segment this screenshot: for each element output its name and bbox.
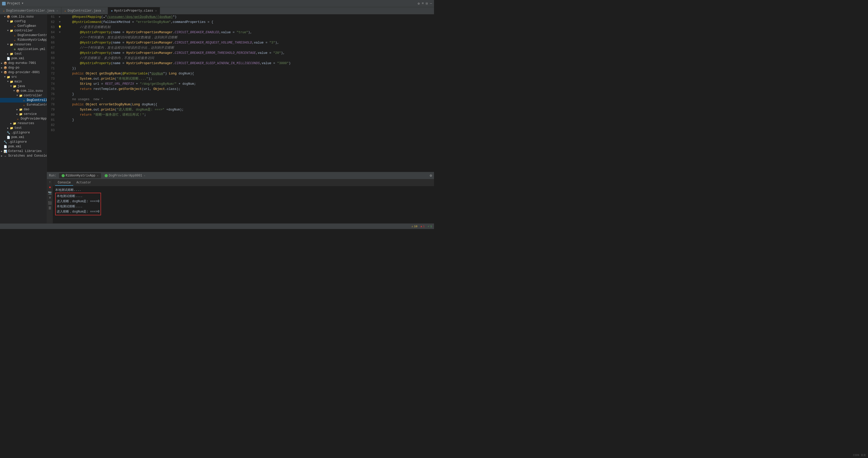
tree-item-gitignore-2[interactable]: 🔧 .gitignore — [0, 140, 46, 144]
console-bottom: ↑ ■ 📷 ≡ ⬛ ☰ Console Actuator — [47, 179, 434, 223]
console-tab-actuator[interactable]: Actuator — [74, 180, 94, 186]
tree-label: dog-provider-8001 — [8, 71, 40, 74]
expand-arrow-icon: ▼ — [7, 29, 10, 32]
settings-gear-icon[interactable]: ⚙ — [430, 173, 432, 178]
tree-item-dao[interactable]: ▶ 📁 dao — [0, 107, 46, 112]
collapse-icon[interactable]: ⊟ — [426, 2, 428, 6]
tab-close-icon[interactable]: ✕ — [57, 9, 58, 12]
align-btn[interactable]: ≡ — [48, 196, 52, 200]
tree-item-configbean[interactable]: ☕ ConfigBean — [0, 24, 46, 28]
code-line-82: return "熔断一服务器忙，请稍后再试！"; — [64, 112, 434, 118]
menu-btn[interactable]: ☰ — [48, 206, 52, 210]
java-file-icon: ☕ — [16, 117, 20, 121]
run-tab-provider[interactable]: DogProviderApp8001 ✕ — [102, 173, 148, 178]
tree-item-dog-po[interactable]: ▶ 📦 dog-po — [0, 65, 46, 70]
clear-btn[interactable]: ⬛ — [48, 201, 52, 205]
folder-icon: 📁 — [19, 94, 23, 97]
tab-dog-consumer-controller[interactable]: ☕ DogConsumerController.java ✕ — [0, 7, 61, 14]
code-line-63: //是否开启熔断机制 — [64, 25, 434, 30]
tree-item-dogconsumercontroller[interactable]: ☕ DogConsumerController — [0, 33, 46, 38]
top-bar-icons: ⚙ ≡ ⊟ — — [418, 2, 432, 6]
tree-label: test — [14, 126, 22, 130]
folder-icon: 📁 — [7, 75, 10, 79]
tree-item-scratches[interactable]: ▶ ✏ Scratches and Consoles — [0, 154, 46, 158]
app-container: Project ▼ ⚙ ≡ ⊟ — ☕ DogConsumerControlle… — [0, 0, 434, 229]
tree-item-dogcontroller[interactable]: ☕ DogController — [0, 98, 46, 102]
java-file-icon: ☕ — [22, 103, 26, 107]
code-line-83: } — [64, 118, 434, 123]
tree-item-controller-2[interactable]: ▼ 📁 controller — [0, 93, 46, 98]
module-icon: 📦 — [4, 66, 7, 70]
warnings-status[interactable]: ⚠ 10 — [411, 225, 417, 228]
tree-label: ConfigBean — [18, 24, 36, 28]
run-tab-ribbon[interactable]: RibbonHystrixApp ✕ — [59, 173, 101, 178]
tree-item-resources-1[interactable]: ▼ 📁 resources — [0, 42, 46, 47]
status-bar: ⚠ 10 ▲ 1 ✓ 1 — [0, 223, 434, 229]
tree-item-test-2[interactable]: ▶ 📁 test — [0, 126, 46, 130]
stop-btn[interactable]: ■ — [48, 186, 52, 190]
yaml-file-icon: ⚙ — [13, 47, 17, 51]
tree-item-pom-root[interactable]: 📄 pom.xml — [0, 144, 46, 149]
structure-icon[interactable]: ≡ — [422, 2, 424, 5]
tree-item-dogproviderapp[interactable]: ☕ DogProviderApp8001 — [0, 117, 46, 121]
errors-status[interactable]: ▲ 1 — [421, 225, 425, 228]
fold-arrow-icon[interactable]: ▼ — [57, 30, 62, 35]
tree-label: External Libraries — [8, 150, 42, 153]
expand-arrow-icon: ▼ — [7, 43, 10, 46]
gutter-cell[interactable]: ▶ — [57, 14, 62, 20]
console-line: 本地测试熔断.... — [57, 204, 99, 209]
code-line-65: //一个时间窗内，发生远程访问错误的次数阈值，达到则开启熔断 — [64, 35, 434, 40]
minimize-icon[interactable]: — — [430, 2, 432, 5]
tree-item-applicationyml[interactable]: ⚙ application.yml — [0, 47, 46, 52]
tree-item-service[interactable]: ▶ 📁 service — [0, 112, 46, 117]
tree-label: resources — [18, 122, 34, 125]
expand-arrow-icon: ▶ — [1, 66, 4, 69]
tree-item-test-1[interactable]: ▶ 📁 test — [0, 52, 46, 56]
folder-icon: 📁 — [19, 108, 23, 111]
tree-label: test — [14, 52, 22, 56]
tree-item-dog-provider[interactable]: ▼ 📦 dog-provider-8001 — [0, 70, 46, 75]
tree-item-gitignore-1[interactable]: 🔧 .gitignore — [0, 130, 46, 135]
dropdown-arrow-icon[interactable]: ▼ — [22, 2, 23, 5]
expand-arrow-icon: ▼ — [7, 20, 10, 23]
tab-dog-controller[interactable]: ☕ DogController.java ✕ — [61, 7, 108, 14]
tree-item-external-libraries[interactable]: ▶ 📊 External Libraries — [0, 149, 46, 154]
settings-icon[interactable]: ⚙ — [418, 2, 420, 6]
tree-item-src[interactable]: ▼ 📁 src — [0, 75, 46, 79]
tree-item-ribbonhystrixapp[interactable]: ☕ RibbonHystrixApp — [0, 38, 46, 42]
folder-icon: 📁 — [10, 43, 13, 46]
tree-item-main[interactable]: ▼ 📁 main — [0, 79, 46, 84]
scroll-up-btn[interactable]: ↑ — [48, 180, 52, 185]
fold-arrow-icon[interactable]: ▼ — [57, 20, 62, 25]
expand-arrow-icon: ▶ — [1, 62, 4, 65]
tab-close-icon[interactable]: ✕ — [155, 9, 157, 12]
error-icon: ▲ — [421, 225, 423, 228]
run-tab-close-icon[interactable]: ✕ — [144, 174, 145, 177]
folder-icon: 📁 — [19, 112, 23, 116]
tree-item-java[interactable]: ▼ 📁 java — [0, 84, 46, 89]
highlighted-console-block: 本地测试熔断.... 进入熔断，dogNum是: ===>0 本地测试熔断...… — [55, 193, 101, 215]
tree-item-pom-2[interactable]: 📄 pom.xml — [0, 135, 46, 140]
console-output: 本地测试熔断.... 本地测试熔断.... 进入熔断，dogNum是: ===>… — [53, 187, 434, 223]
ok-status[interactable]: ✓ 1 — [428, 225, 432, 228]
tree-item-resources-2[interactable]: ▶ 📁 resources — [0, 121, 46, 126]
expand-arrow-icon: ▼ — [1, 71, 4, 74]
tree-item-dog-eureka[interactable]: ▶ 📦 dog-eureka-7001 — [0, 61, 46, 65]
tab-close-icon[interactable]: ✕ — [103, 9, 105, 12]
console-tab-console[interactable]: Console — [55, 180, 73, 186]
code-line-68: @HystrixProperty(name = HystrixPropertie… — [64, 51, 434, 56]
screenshot-btn[interactable]: 📷 — [48, 191, 52, 195]
bulb-icon[interactable]: 💡 — [57, 25, 62, 30]
folder-icon: 📁 — [13, 85, 17, 88]
code-editor[interactable]: @RequestMapping(☁"/consumer/dog/getDogBy… — [62, 14, 434, 172]
tree-item-com-liu-susu-1[interactable]: ▼ 📦 com.liu.susu — [0, 14, 46, 19]
tab-hystrix-property[interactable]: ◆ HystrixProperty.class ✕ — [108, 7, 160, 14]
tree-item-eurekacontroller[interactable]: ☕ EurekaController — [0, 102, 46, 107]
run-tab-close-icon[interactable]: ✕ — [97, 174, 98, 177]
xml-file-icon: 📄 — [4, 145, 7, 149]
tree-item-com-liu-susu-2[interactable]: ▼ 📦 com.liu.susu — [0, 89, 46, 93]
tree-item-controller-1[interactable]: ▼ 📁 controller — [0, 28, 46, 33]
tree-item-pom-1[interactable]: 📄 pom.xml — [0, 56, 46, 61]
tree-item-config[interactable]: ▼ 📁 config — [0, 19, 46, 24]
tree-label: .gitignore — [11, 131, 30, 134]
